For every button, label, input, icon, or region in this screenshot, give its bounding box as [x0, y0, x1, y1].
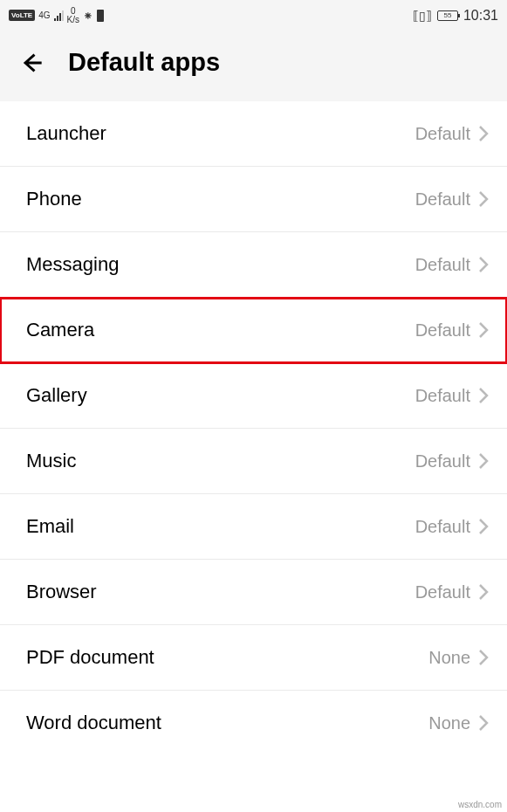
item-right: None	[428, 648, 490, 668]
list-item-messaging[interactable]: MessagingDefault	[0, 232, 507, 298]
item-right: Default	[415, 386, 490, 406]
list-item-launcher[interactable]: LauncherDefault	[0, 101, 507, 167]
chevron-right-icon	[477, 649, 490, 666]
item-value: Default	[415, 124, 470, 144]
list-item-pdf-document[interactable]: PDF documentNone	[0, 625, 507, 691]
item-right: Default	[415, 320, 490, 341]
item-label: Launcher	[26, 122, 106, 145]
chevron-right-icon	[477, 518, 490, 535]
header: Default apps	[0, 31, 507, 101]
chevron-right-icon	[477, 387, 490, 404]
item-right: Default	[415, 255, 490, 275]
chevron-right-icon	[477, 452, 490, 470]
list-item-gallery[interactable]: GalleryDefault	[0, 363, 507, 429]
volte-indicator: VoLTE	[9, 10, 35, 21]
settings-list: LauncherDefaultPhoneDefaultMessagingDefa…	[0, 101, 507, 755]
chevron-right-icon	[477, 125, 490, 142]
item-label: Email	[26, 515, 74, 538]
battery-small-icon	[97, 10, 104, 22]
chevron-right-icon	[477, 190, 490, 208]
item-right: Default	[415, 517, 490, 537]
signal-icon	[54, 10, 64, 21]
status-right: ⟦▯⟧ 55 10:31	[413, 8, 498, 24]
status-bar: VoLTE 4G 0 K/s ⁕ ⟦▯⟧ 55 10:31	[0, 0, 507, 31]
item-right: Default	[415, 124, 490, 144]
item-right: Default	[415, 189, 490, 210]
chevron-right-icon	[477, 321, 490, 339]
speed-unit: K/s	[67, 16, 79, 24]
item-value: Default	[415, 189, 470, 210]
page-title: Default apps	[68, 48, 220, 77]
item-label: Phone	[26, 188, 82, 210]
item-right: None	[428, 713, 490, 733]
chevron-right-icon	[477, 714, 490, 732]
item-label: Browser	[26, 581, 97, 603]
item-value: Default	[415, 451, 470, 471]
back-button[interactable]	[17, 49, 45, 77]
list-item-camera[interactable]: CameraDefault	[0, 298, 507, 363]
battery-level: 55	[444, 11, 452, 19]
bluetooth-icon: ⁕	[83, 9, 93, 23]
item-value: Default	[415, 255, 470, 275]
list-item-browser[interactable]: BrowserDefault	[0, 560, 507, 625]
battery-icon: 55	[437, 10, 458, 21]
item-label: Camera	[26, 319, 94, 341]
item-label: Music	[26, 450, 76, 472]
list-item-phone[interactable]: PhoneDefault	[0, 167, 507, 232]
item-right: Default	[415, 582, 490, 602]
item-label: Gallery	[26, 384, 87, 407]
item-value: Default	[415, 320, 470, 341]
vibrate-icon: ⟦▯⟧	[413, 9, 432, 23]
item-value: None	[428, 713, 470, 733]
item-label: Word document	[26, 712, 161, 734]
item-value: Default	[415, 517, 470, 537]
item-right: Default	[415, 451, 490, 471]
watermark: wsxdn.com	[458, 800, 502, 809]
item-value: None	[428, 648, 470, 668]
list-item-word-document[interactable]: Word documentNone	[0, 691, 507, 755]
back-arrow-icon	[19, 51, 44, 75]
chevron-right-icon	[477, 256, 490, 273]
item-label: PDF document	[26, 646, 154, 669]
item-value: Default	[415, 582, 470, 602]
item-value: Default	[415, 386, 470, 406]
item-label: Messaging	[26, 253, 119, 276]
list-item-music[interactable]: MusicDefault	[0, 429, 507, 494]
clock: 10:31	[463, 8, 498, 24]
status-left: VoLTE 4G 0 K/s ⁕	[9, 7, 104, 24]
list-item-email[interactable]: EmailDefault	[0, 494, 507, 560]
chevron-right-icon	[477, 583, 490, 601]
network-type: 4G	[38, 11, 50, 20]
speed-value: 0	[71, 7, 76, 16]
